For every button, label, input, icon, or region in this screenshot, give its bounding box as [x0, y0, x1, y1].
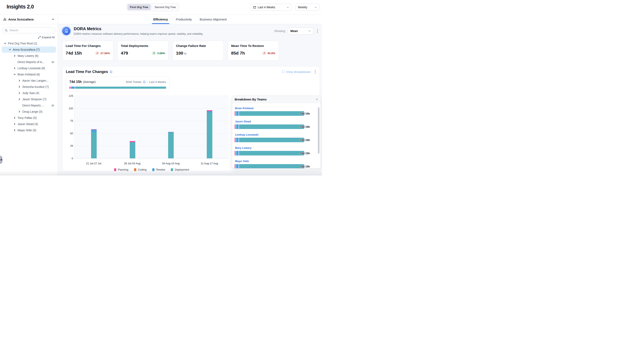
info-icon[interactable]	[143, 81, 146, 83]
tab-productivity[interactable]: Productivity	[176, 15, 192, 24]
breakdown-panel: Breakdown By Teams ✕ Brian Kirkland74d 1…	[232, 96, 321, 168]
metric-card-value-wrap: 479	[121, 51, 128, 56]
tree-item[interactable]: Anna Scozzafava (7)	[2, 47, 56, 53]
legend-swatch	[171, 168, 173, 171]
kebab-menu[interactable]	[316, 28, 319, 34]
average-value: 74d 15h	[70, 80, 82, 84]
metric-card: Total Deployments479↗3.68%	[117, 41, 168, 61]
chevron-right-icon[interactable]	[18, 79, 21, 82]
metric-delta: ↗27.56%	[95, 51, 110, 55]
search-input[interactable]	[9, 29, 53, 32]
summary-stacked-bar	[70, 87, 166, 89]
chevron-right-icon[interactable]	[18, 110, 21, 113]
tab-efficiency[interactable]: Efficiency	[153, 15, 168, 24]
tab-bar: EfficiencyProductivityBusiness Alignment	[58, 15, 322, 24]
expand-all-label: Expand All	[42, 36, 54, 39]
metric-delta: ↗3.68%	[152, 51, 165, 55]
sidebar-search	[3, 27, 55, 33]
filter-icon[interactable]	[51, 104, 54, 107]
breakdown-value: 74d 15h	[300, 165, 310, 168]
metric-card-value: 85d 7h	[231, 51, 245, 55]
deployment-segment	[239, 138, 304, 142]
breakdown-row: Mary Lowery74d 15h	[235, 146, 318, 155]
date-range-select[interactable]: Last 4 Weeks	[250, 4, 292, 11]
metric-delta: ↗40.8%	[262, 51, 275, 55]
toggle-first-org-tree[interactable]: First Org Tree	[128, 4, 151, 10]
tree-item[interactable]: Mary Lowery (6)	[2, 53, 56, 59]
tree-item-label: Jason Simpson (7)	[22, 98, 46, 101]
x-axis-label: 28 Jul-03 Aug	[124, 162, 140, 165]
tree-item-label: Lindsay Liszewski (8)	[18, 67, 45, 70]
chevron-right-icon[interactable]	[13, 117, 16, 119]
tree-item[interactable]: Judy Saw (4)	[2, 90, 56, 96]
metric-card-value-row: 100%	[176, 51, 220, 56]
tree-item[interactable]: Tony Pallas (5)	[2, 115, 56, 121]
metric-card-value: 100	[176, 51, 183, 55]
average-summary-box: 74d 15h (Average) 5030 Tickets | Last 4 …	[66, 77, 170, 92]
chevron-up-icon[interactable]	[52, 18, 54, 21]
app-title: Insights 2.0	[6, 4, 34, 10]
chevron-right-icon[interactable]	[13, 129, 16, 132]
tab-business-alignment[interactable]: Business Alignment	[200, 15, 227, 24]
chevron-down-icon[interactable]	[13, 73, 16, 76]
breakdown-team-link[interactable]: Lindsay Liszewski	[235, 133, 258, 136]
stacked-bar	[168, 132, 174, 158]
breakdown-team-link[interactable]: Jason Stead	[235, 120, 251, 123]
breakdown-bar-line: 74d 15h	[235, 151, 318, 155]
breakdown-team-link[interactable]: Brian Kirkland	[235, 107, 254, 110]
y-axis-tick: 25	[66, 144, 73, 147]
breakdown-team-link[interactable]: Maya Yette	[235, 160, 249, 163]
showing-value: Mean	[290, 29, 307, 33]
metric-card-title: Mean Time To Restore	[231, 44, 275, 48]
filter-icon[interactable]	[51, 61, 54, 64]
breakdown-team-link[interactable]: Mary Lowery	[235, 146, 251, 149]
chevron-down-icon[interactable]	[8, 48, 11, 51]
chevron-down-icon	[287, 6, 289, 9]
tree-item-label: Doug Lange (3)	[22, 110, 42, 113]
legend-swatch	[134, 168, 136, 171]
view-breakdown-button[interactable]: View Breakdown	[282, 70, 311, 74]
review-segment	[71, 87, 75, 89]
showing-select[interactable]: Mean	[288, 28, 313, 35]
metric-delta-value: 40.8%	[268, 52, 275, 55]
metric-card-title: Total Deployments	[121, 44, 165, 48]
sidebar-collapse-handle[interactable]	[0, 156, 2, 164]
tree-item[interactable]: Maya Yette (3)	[2, 127, 56, 133]
tree-item-label: Judy Saw (4)	[22, 91, 39, 95]
chevron-down-icon[interactable]	[4, 42, 6, 45]
lead-time-title: Lead Time For Changes	[66, 70, 108, 74]
chevron-right-icon[interactable]	[18, 86, 21, 88]
tree-item[interactable]: Lindsay Liszewski (8)	[2, 65, 56, 71]
kebab-menu[interactable]	[314, 69, 317, 74]
scrollbar-thumb[interactable]	[318, 107, 320, 154]
metric-card-unit: %	[184, 52, 186, 55]
legend-label: Planning	[118, 168, 128, 171]
tree-item[interactable]: Jason Stead (4)	[2, 121, 56, 127]
granularity-select[interactable]: Weekly	[295, 4, 320, 11]
close-icon[interactable]: ✕	[316, 98, 318, 101]
info-icon[interactable]	[110, 71, 112, 73]
tree-item[interactable]: Aaron Van Langen...	[2, 78, 56, 84]
tree-item[interactable]: Jason Simpson (7)	[2, 96, 56, 102]
review-segment	[236, 111, 238, 116]
chevron-down-icon	[314, 6, 317, 9]
tree-item[interactable]: Doug Lange (3)	[2, 109, 56, 115]
deployment-segment	[239, 151, 304, 155]
chevron-right-icon[interactable]	[13, 55, 16, 57]
chevron-right-icon[interactable]	[13, 123, 16, 125]
tree-item[interactable]: Direct Reports ...	[2, 102, 56, 109]
breakdown-stacked-bar	[235, 138, 304, 142]
summary-period: Last 4 Weeks	[149, 80, 166, 84]
legend-item: Coding	[134, 168, 146, 171]
tree-item[interactable]: Sireesha Kunduri (7)	[2, 84, 56, 90]
chevron-right-icon[interactable]	[13, 67, 16, 70]
tree-item[interactable]: Direct Reports of A...	[2, 59, 56, 65]
tree-item[interactable]: Brian Kirkland (6)	[2, 71, 56, 78]
expand-all-button[interactable]: Expand All	[0, 36, 54, 39]
toggle-second-org-tree[interactable]: Second Org Tree	[152, 4, 178, 10]
chevron-right-icon[interactable]	[18, 92, 21, 94]
chevron-right-icon[interactable]	[18, 98, 21, 101]
metric-card-value-wrap: 74d 15h	[66, 51, 82, 56]
sidebar-header[interactable]: Anna Scozzafava	[0, 15, 58, 24]
tree-item[interactable]: First Org Tree Root (1)	[2, 40, 56, 47]
